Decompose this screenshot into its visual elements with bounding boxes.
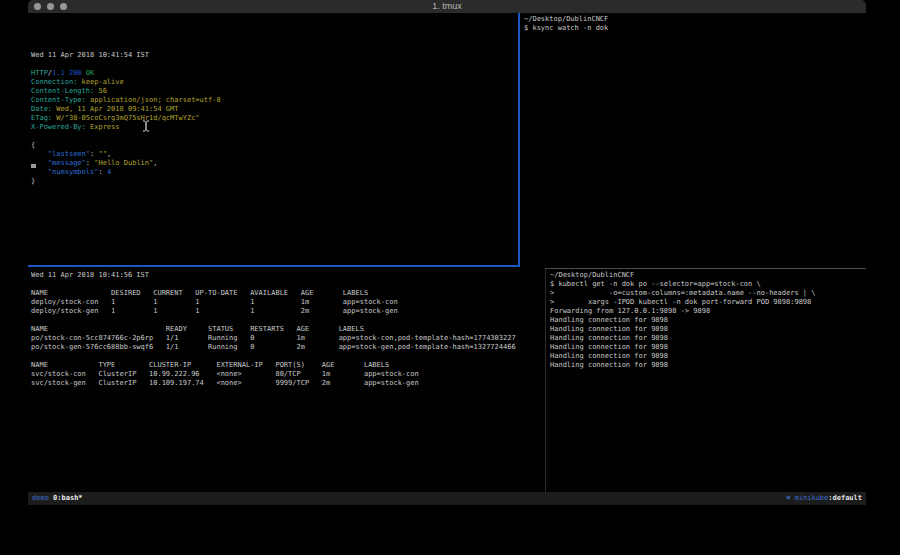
terminal-line xyxy=(31,60,518,69)
terminal-text-segment: HTTP xyxy=(31,69,48,77)
pane-port-forward[interactable]: ~/Desktop/DublinCNCF$ kubectl get -n dok… xyxy=(547,269,866,492)
pane-ksync-watch[interactable]: ~/Desktop/DublinCNCF$ ksync watch -n dok xyxy=(521,13,866,268)
terminal-text-segment: application/json; charset=utf-8 xyxy=(86,96,221,104)
terminal-line: } xyxy=(31,177,518,186)
terminal-text-segment: "lastseen" xyxy=(48,150,90,158)
terminal-text-segment: NAME DESIRED CURRENT UP-TO-DATE AVAILABL… xyxy=(31,289,368,297)
terminal-line: ~/Desktop/DublinCNCF xyxy=(524,15,866,24)
terminal-line: X-Powered-By: Express xyxy=(31,123,518,132)
terminal-line: NAME TYPE CLUSTER-IP EXTERNAL-IP PORT(S)… xyxy=(31,361,544,370)
terminal-text-segment: , xyxy=(107,150,111,158)
terminal-text-segment: Date: xyxy=(31,105,52,113)
terminal-line: > -o=custom-columns=:metadata.name --no-… xyxy=(550,289,866,298)
terminal-line: "message": "Hello Dublin", xyxy=(31,159,518,168)
terminal-text-segment: X-Powered-By: xyxy=(31,123,86,131)
terminal-text-segment: Handling connection for 9898 xyxy=(550,325,668,333)
terminal-line: $ ksync watch -n dok xyxy=(524,24,866,33)
terminal-line: ~/Desktop/DublinCNCF xyxy=(550,271,866,280)
terminal-cursor xyxy=(31,164,36,168)
terminal-text-segment: Handling connection for 9898 xyxy=(550,334,668,342)
terminal-text-segment: "" xyxy=(98,150,106,158)
terminal-text-segment: 4 xyxy=(107,168,111,176)
terminal-text-segment: > -o=custom-columns=:metadata.name --no-… xyxy=(550,289,816,297)
terminal-line: Wed 11 Apr 2018 10:41:56 IST xyxy=(31,271,544,280)
terminal-line: deploy/stock-con 1 1 1 1 1m app=stock-co… xyxy=(31,298,544,307)
terminal-text-segment: "message" xyxy=(48,159,86,167)
terminal-line xyxy=(31,132,518,141)
terminal-text-segment: { xyxy=(31,141,35,149)
terminal-text-segment: Wed 11 Apr 2018 10:41:54 IST xyxy=(31,51,149,59)
terminal-text-segment: Forwarding from 127.0.0.1:9898 -> 9898 xyxy=(550,307,710,315)
terminal-line: Content-Length: 56 xyxy=(31,87,518,96)
terminal-text-segment: Handling connection for 9898 xyxy=(550,361,668,369)
ibeam-mouse-pointer-icon xyxy=(142,120,150,132)
terminal-text-segment: : xyxy=(86,159,94,167)
terminal-line: deploy/stock-gen 1 1 1 1 2m app=stock-ge… xyxy=(31,307,544,316)
terminal-text-segment: Handling connection for 9898 xyxy=(550,352,668,360)
terminal-text-segment xyxy=(31,150,48,158)
terminal-text-segment: $ ksync watch -n dok xyxy=(524,24,608,32)
terminal-text-segment: Content-Type: xyxy=(31,96,86,104)
terminal-text-segment: Wed, 11 Apr 2018 09:41:54 GMT xyxy=(52,105,178,113)
terminal-text-segment: po/stock-con-5cc874766c-2p6rp 1/1 Runnin… xyxy=(31,334,516,342)
tmux-status-bar: demo 0:bash* ☸ minikube:default xyxy=(28,492,866,505)
terminal-text-segment: ~/Desktop/DublinCNCF xyxy=(550,271,634,279)
terminal-line: ☸ minikube:default xyxy=(786,492,862,505)
terminal-text-segment xyxy=(31,168,48,176)
terminal-line xyxy=(31,280,544,289)
terminal-text-segment: } xyxy=(31,177,35,185)
terminal-text-segment: Content-Length: xyxy=(31,87,94,95)
terminal-line: Handling connection for 9898 xyxy=(550,352,866,361)
terminal-text-segment: NAME READY STATUS RESTARTS AGE LABELS xyxy=(31,325,364,333)
terminal-line: NAME DESIRED CURRENT UP-TO-DATE AVAILABL… xyxy=(31,289,544,298)
terminal-text-segment: : xyxy=(98,168,106,176)
titlebar[interactable]: 1. tmux xyxy=(28,0,866,13)
terminal-text-segment: Express xyxy=(86,123,120,131)
pane-divider-bottom-vertical[interactable] xyxy=(545,269,546,492)
terminal-line: ETag: W/"38-05coCsrg3mQ75sHr1d/qcMTwYZc" xyxy=(31,114,518,123)
terminal-line: Wed 11 Apr 2018 10:41:54 IST xyxy=(31,51,518,60)
terminal-line: { xyxy=(31,141,518,150)
pane-divider-right-horizontal[interactable] xyxy=(545,268,866,269)
terminal-line: "lastseen": "", xyxy=(31,150,518,159)
terminal-text-segment: svc/stock-gen ClusterIP 10.109.197.74 <n… xyxy=(31,379,419,387)
terminal-text-segment: , xyxy=(153,159,157,167)
terminal-text-segment: 56 xyxy=(94,87,107,95)
pane-http-response[interactable]: Wed 11 Apr 2018 10:41:54 ISTHTTP/1.1 200… xyxy=(28,13,518,265)
terminal-line xyxy=(31,316,544,325)
pane-kubectl-resources[interactable]: Wed 11 Apr 2018 10:41:56 ISTNAME DESIRED… xyxy=(28,269,544,492)
terminal-line: svc/stock-gen ClusterIP 10.109.197.74 <n… xyxy=(31,379,544,388)
terminal-text-segment: W/"38-05coCsrg3mQ75sHr1d/qcMTwYZc" xyxy=(52,114,200,122)
terminal-line: Forwarding from 127.0.0.1:9898 -> 9898 xyxy=(550,307,866,316)
window-title: 1. tmux xyxy=(28,0,866,13)
terminal-line: $ kubectl get -n dok po --selector=app=s… xyxy=(550,280,866,289)
terminal-line: HTTP/1.1 200 OK xyxy=(31,69,518,78)
terminal-line xyxy=(31,352,544,361)
pane-divider-top-vertical[interactable] xyxy=(518,13,520,267)
terminal-text-segment: ☸ minikube xyxy=(786,494,828,502)
terminal-line: Handling connection for 9898 xyxy=(550,343,866,352)
terminal-text-segment: "Hello Dublin" xyxy=(94,159,153,167)
terminal-line: svc/stock-con ClusterIP 10.99.222.96 <no… xyxy=(31,370,544,379)
terminal-text-segment: po/stock-gen-576cc688bb-swqf6 1/1 Runnin… xyxy=(31,343,516,351)
terminal-text-segment: demo xyxy=(32,494,53,502)
terminal-text-segment: "numsymbols" xyxy=(48,168,99,176)
terminal-line: > xargs -IPOD kubectl -n dok port-forwar… xyxy=(550,298,866,307)
terminal-line: Connection: keep-alive xyxy=(31,78,518,87)
terminal-text-segment: svc/stock-con ClusterIP 10.99.222.96 <no… xyxy=(31,370,419,378)
terminal-text-segment: deploy/stock-con 1 1 1 1 1m app=stock-co… xyxy=(31,298,398,306)
terminal-line: Handling connection for 9898 xyxy=(550,316,866,325)
terminal-text-segment: > xargs -IPOD kubectl -n dok port-forwar… xyxy=(550,298,811,306)
terminal-line: Date: Wed, 11 Apr 2018 09:41:54 GMT xyxy=(31,105,518,114)
status-right-kube-context: ☸ minikube:default xyxy=(786,492,862,505)
terminal-text-segment: Wed 11 Apr 2018 10:41:56 IST xyxy=(31,271,149,279)
terminal-text-segment: deploy/stock-gen 1 1 1 1 2m app=stock-ge… xyxy=(31,307,398,315)
terminal-line: Content-Type: application/json; charset=… xyxy=(31,96,518,105)
pane-divider-left-horizontal[interactable] xyxy=(28,265,520,267)
terminal-line: demo 0:bash* xyxy=(32,492,83,505)
terminal-text-segment: 0:bash* xyxy=(53,494,83,502)
status-left-session-window[interactable]: demo 0:bash* xyxy=(32,492,83,505)
terminal-text-segment: OK xyxy=(86,69,94,77)
terminal-line: NAME READY STATUS RESTARTS AGE LABELS xyxy=(31,325,544,334)
terminal-line: "numsymbols": 4 xyxy=(31,168,518,177)
